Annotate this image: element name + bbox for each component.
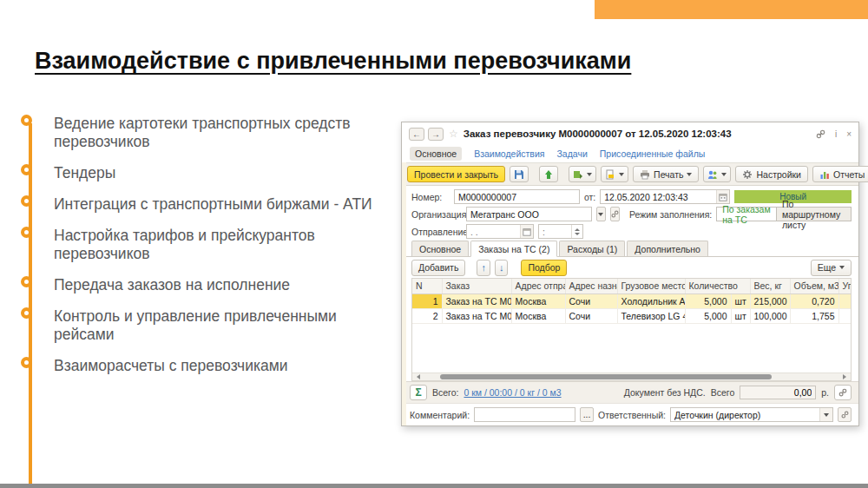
responsible-input[interactable] xyxy=(671,408,819,421)
cell-volume: 1,755 xyxy=(790,308,838,323)
cell-order: Заказ на ТС М00000... xyxy=(442,308,511,323)
scroll-left-icon[interactable] xyxy=(417,374,420,379)
responsible-dropdown-button[interactable] xyxy=(819,408,832,421)
fill-mode-route-toggle[interactable]: По маршрутному листу xyxy=(777,207,852,221)
responsible-open-button[interactable] xyxy=(838,407,852,422)
bullet-text: Взаиморасчеты с перевозчиками xyxy=(54,357,288,374)
slide: Взаимодействие с привлеченными перевозчи… xyxy=(0,0,868,488)
calendar-icon[interactable] xyxy=(716,190,729,203)
departure-time-input[interactable] xyxy=(539,225,571,238)
sum-button[interactable]: Σ xyxy=(410,385,427,400)
tab-dopolnitelno[interactable]: Дополнительно xyxy=(627,241,708,256)
col-volume[interactable]: Объем, м3 xyxy=(790,279,838,293)
list-item: Взаиморасчеты с перевозчиками xyxy=(54,357,394,375)
total-label: Всего xyxy=(711,387,735,398)
print-button[interactable]: Печать xyxy=(633,166,699,182)
forward-button[interactable]: → xyxy=(428,128,444,141)
scroll-right-icon[interactable] xyxy=(843,374,846,379)
col-weight[interactable]: Вес, кг xyxy=(750,279,790,293)
date-input[interactable] xyxy=(601,190,716,203)
organization-input[interactable] xyxy=(466,207,592,221)
number-input[interactable] xyxy=(454,189,580,204)
cell-addr-to: Сочи xyxy=(565,308,617,323)
post-and-close-button[interactable]: Провести и закрыть xyxy=(407,166,505,182)
document-header-form: Номер: от: Новый Организация: Режи xyxy=(402,186,858,241)
orders-table: N Заказ Адрес отправл... Адрес назначе..… xyxy=(412,279,852,324)
totals-label: Всего: xyxy=(432,387,458,398)
move-up-button[interactable]: ↑ xyxy=(477,260,490,276)
link-icon[interactable] xyxy=(816,129,825,139)
table-row[interactable]: 2 Заказ на ТС М00000... Москва Сочи Теле… xyxy=(412,308,852,323)
create-based-on-icon xyxy=(573,169,583,180)
col-pack[interactable]: Упа xyxy=(838,279,852,293)
timeline-dot-icon xyxy=(21,357,32,368)
chevron-down-icon xyxy=(587,173,592,176)
departure-row: Отправление: xyxy=(411,224,852,239)
move-down-button[interactable]: ↓ xyxy=(495,260,509,276)
cell-qty: 5,000 xyxy=(685,308,731,323)
favorite-star-icon[interactable]: ☆ xyxy=(449,128,458,140)
calendar-icon[interactable] xyxy=(520,225,533,238)
col-addr-from[interactable]: Адрес отправл... xyxy=(511,279,565,293)
reports-button[interactable]: Отчеты xyxy=(812,166,868,182)
tab-osnovnoe[interactable]: Основное xyxy=(411,241,469,256)
add-button[interactable]: Добавить xyxy=(411,260,465,276)
pick-button[interactable]: Подбор xyxy=(521,260,567,276)
tab-zakazy-na-ts[interactable]: Заказы на ТС (2) xyxy=(470,241,557,257)
responsible-label: Ответственный: xyxy=(598,410,666,420)
reports-label: Отчеты xyxy=(833,169,865,180)
prices-open-button[interactable] xyxy=(834,385,852,400)
page-title: Взаимодействие с привлеченными перевозчи… xyxy=(35,48,631,75)
table-toolbar: Добавить ↑ ↓ Подбор Еще xyxy=(402,257,858,276)
cell-n: 2 xyxy=(412,308,442,323)
save-button[interactable] xyxy=(510,166,529,182)
departure-date-input[interactable] xyxy=(467,225,520,238)
col-cargo[interactable]: Грузовое место / Но... xyxy=(617,279,685,293)
time-spinner[interactable] xyxy=(571,225,582,238)
settings-button[interactable]: Настройки xyxy=(735,166,808,182)
table-row[interactable]: 1 Заказ на ТС М00000... Москва Сочи Холо… xyxy=(412,293,852,308)
fill-mode-ts-toggle[interactable]: По заказам на ТС xyxy=(716,207,777,221)
post-document-button[interactable] xyxy=(539,166,558,182)
organization-dropdown-button[interactable] xyxy=(596,207,606,221)
window-titlebar: ← → ☆ Заказ перевозчику М0000000007 от 1… xyxy=(402,122,858,145)
nav-item-attached-files[interactable]: Присоединенные файлы xyxy=(600,148,706,159)
horizontal-scrollbar[interactable] xyxy=(412,373,851,380)
cell-addr-from: Москва xyxy=(511,293,565,308)
create-based-on-button[interactable] xyxy=(569,166,596,182)
col-n[interactable]: N xyxy=(412,279,442,293)
window-nav: Основное Взаимодействия Задачи Присоедин… xyxy=(402,145,858,162)
organization-open-button[interactable] xyxy=(610,207,620,221)
date-field xyxy=(600,189,730,204)
link-icon xyxy=(841,411,849,419)
bullet-text: Контроль и управление привлеченными рейс… xyxy=(54,307,337,343)
comment-bar: Комментарий: ... Ответственный: xyxy=(402,403,858,425)
bullet-text: Настройка тарифов и прейскурантов перево… xyxy=(54,227,315,262)
forward-icon: → xyxy=(431,129,440,139)
discussions-button[interactable] xyxy=(703,166,731,182)
table-more-button[interactable]: Еще xyxy=(811,260,852,276)
create-document-button[interactable] xyxy=(601,166,628,182)
chevron-down-icon xyxy=(839,266,845,269)
cell-volume: 0,720 xyxy=(790,293,838,308)
tab-rashody[interactable]: Расходы (1) xyxy=(559,241,625,256)
scrollbar-thumb[interactable] xyxy=(440,374,772,379)
comment-more-button[interactable]: ... xyxy=(580,407,594,422)
list-item: Интеграция с транспортными биржами - АТИ xyxy=(54,195,394,214)
col-order[interactable]: Заказ xyxy=(442,279,511,293)
nav-item-zadachi[interactable]: Задачи xyxy=(557,148,588,159)
totals-link[interactable]: 0 км / 00:00 / 0 кг / 0 м3 xyxy=(464,387,561,398)
comment-input[interactable] xyxy=(474,407,575,422)
chevron-down-icon xyxy=(598,213,603,216)
total-amount-input[interactable] xyxy=(740,386,816,399)
organization-row: Организация: Режим заполнения: По заказа… xyxy=(411,207,852,221)
back-button[interactable]: ← xyxy=(409,128,424,141)
col-qty[interactable]: Количество xyxy=(685,279,750,293)
list-item: Контроль и управление привлеченными рейс… xyxy=(54,307,394,344)
col-addr-to[interactable]: Адрес назначе... xyxy=(565,279,617,293)
info-icon[interactable]: i xyxy=(835,129,837,139)
nav-item-osnovnoe[interactable]: Основное xyxy=(410,147,462,161)
cell-pack xyxy=(838,293,852,308)
close-icon[interactable]: × xyxy=(846,129,852,139)
nav-item-vzaimodeystviya[interactable]: Взаимодействия xyxy=(474,148,544,159)
